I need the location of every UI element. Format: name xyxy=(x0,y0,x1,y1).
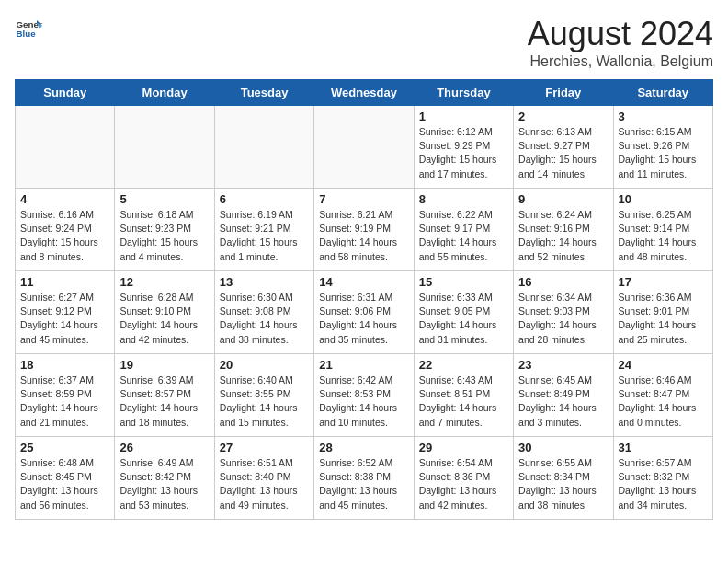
day-cell-10: 10Sunrise: 6:25 AMSunset: 9:14 PMDayligh… xyxy=(613,189,712,271)
calendar-week-3: 11Sunrise: 6:27 AMSunset: 9:12 PMDayligh… xyxy=(16,271,713,354)
day-info: Sunrise: 6:52 AMSunset: 8:38 PMDaylight:… xyxy=(319,456,408,512)
day-info: Sunrise: 6:39 AMSunset: 8:57 PMDaylight:… xyxy=(119,373,209,430)
day-number: 5 xyxy=(119,192,209,206)
day-cell-24: 24Sunrise: 6:46 AMSunset: 8:47 PMDayligh… xyxy=(613,354,712,437)
calendar-title: August 2024 xyxy=(528,15,713,53)
day-number: 8 xyxy=(419,192,508,206)
weekday-header-monday: Monday xyxy=(115,80,214,106)
day-cell-1: 1Sunrise: 6:12 AMSunset: 9:29 PMDaylight… xyxy=(414,106,513,189)
day-number: 9 xyxy=(518,192,608,206)
day-info: Sunrise: 6:51 AMSunset: 8:40 PMDaylight:… xyxy=(220,456,309,512)
calendar-week-5: 25Sunrise: 6:48 AMSunset: 8:45 PMDayligh… xyxy=(16,437,713,520)
calendar-week-2: 4Sunrise: 6:16 AMSunset: 9:24 PMDaylight… xyxy=(16,189,713,271)
day-info: Sunrise: 6:54 AMSunset: 8:36 PMDaylight:… xyxy=(419,456,508,512)
day-cell-4: 4Sunrise: 6:16 AMSunset: 9:24 PMDaylight… xyxy=(16,189,115,271)
svg-text:Blue: Blue xyxy=(17,29,37,39)
day-number: 24 xyxy=(619,358,708,372)
weekday-header-wednesday: Wednesday xyxy=(314,80,414,106)
day-cell-20: 20Sunrise: 6:40 AMSunset: 8:55 PMDayligh… xyxy=(214,354,313,437)
day-cell-31: 31Sunrise: 6:57 AMSunset: 8:32 PMDayligh… xyxy=(613,437,712,520)
calendar-week-4: 18Sunrise: 6:37 AMSunset: 8:59 PMDayligh… xyxy=(16,354,713,437)
day-number: 3 xyxy=(619,109,708,123)
day-cell-16: 16Sunrise: 6:34 AMSunset: 9:03 PMDayligh… xyxy=(514,271,613,354)
day-cell-25: 25Sunrise: 6:48 AMSunset: 8:45 PMDayligh… xyxy=(16,437,115,520)
day-cell-29: 29Sunrise: 6:54 AMSunset: 8:36 PMDayligh… xyxy=(414,437,513,520)
day-number: 11 xyxy=(20,275,109,289)
day-info: Sunrise: 6:42 AMSunset: 8:53 PMDaylight:… xyxy=(319,373,408,430)
logo-icon: General Blue xyxy=(15,15,42,42)
day-info: Sunrise: 6:24 AMSunset: 9:16 PMDaylight:… xyxy=(518,208,608,264)
calendar-table: SundayMondayTuesdayWednesdayThursdayFrid… xyxy=(15,79,713,520)
day-cell-6: 6Sunrise: 6:19 AMSunset: 9:21 PMDaylight… xyxy=(214,189,313,271)
weekday-header-friday: Friday xyxy=(514,80,613,106)
day-number: 6 xyxy=(220,192,309,206)
day-number: 27 xyxy=(220,441,309,454)
day-info: Sunrise: 6:30 AMSunset: 9:08 PMDaylight:… xyxy=(220,291,309,347)
day-number: 4 xyxy=(20,192,109,206)
day-cell-17: 17Sunrise: 6:36 AMSunset: 9:01 PMDayligh… xyxy=(613,271,712,354)
day-number: 18 xyxy=(20,358,109,372)
day-cell-5: 5Sunrise: 6:18 AMSunset: 9:23 PMDaylight… xyxy=(115,189,214,271)
day-info: Sunrise: 6:13 AMSunset: 9:27 PMDaylight:… xyxy=(518,125,608,181)
day-cell-9: 9Sunrise: 6:24 AMSunset: 9:16 PMDaylight… xyxy=(514,189,613,271)
page-header: General Blue August 2024 Herchies, Wallo… xyxy=(15,15,713,70)
day-info: Sunrise: 6:12 AMSunset: 9:29 PMDaylight:… xyxy=(419,125,508,181)
day-cell-18: 18Sunrise: 6:37 AMSunset: 8:59 PMDayligh… xyxy=(16,354,115,437)
day-cell-21: 21Sunrise: 6:42 AMSunset: 8:53 PMDayligh… xyxy=(314,354,414,437)
day-number: 20 xyxy=(220,358,309,372)
day-info: Sunrise: 6:36 AMSunset: 9:01 PMDaylight:… xyxy=(619,291,708,347)
day-cell-30: 30Sunrise: 6:55 AMSunset: 8:34 PMDayligh… xyxy=(514,437,613,520)
weekday-header-sunday: Sunday xyxy=(16,80,115,106)
day-number: 15 xyxy=(419,275,508,289)
logo: General Blue xyxy=(15,15,42,42)
day-number: 12 xyxy=(119,275,209,289)
day-number: 14 xyxy=(319,275,408,289)
day-cell-22: 22Sunrise: 6:43 AMSunset: 8:51 PMDayligh… xyxy=(414,354,513,437)
day-cell-2: 2Sunrise: 6:13 AMSunset: 9:27 PMDaylight… xyxy=(514,106,613,189)
empty-cell xyxy=(314,106,414,189)
day-cell-19: 19Sunrise: 6:39 AMSunset: 8:57 PMDayligh… xyxy=(115,354,214,437)
day-info: Sunrise: 6:43 AMSunset: 8:51 PMDaylight:… xyxy=(419,373,508,430)
day-number: 19 xyxy=(119,358,209,372)
day-info: Sunrise: 6:46 AMSunset: 8:47 PMDaylight:… xyxy=(619,373,708,430)
day-info: Sunrise: 6:55 AMSunset: 8:34 PMDaylight:… xyxy=(518,456,608,512)
day-info: Sunrise: 6:18 AMSunset: 9:23 PMDaylight:… xyxy=(119,208,209,264)
day-info: Sunrise: 6:15 AMSunset: 9:26 PMDaylight:… xyxy=(619,125,708,181)
day-cell-26: 26Sunrise: 6:49 AMSunset: 8:42 PMDayligh… xyxy=(115,437,214,520)
day-cell-3: 3Sunrise: 6:15 AMSunset: 9:26 PMDaylight… xyxy=(613,106,712,189)
weekday-header-tuesday: Tuesday xyxy=(214,80,313,106)
day-number: 28 xyxy=(319,441,408,454)
day-info: Sunrise: 6:16 AMSunset: 9:24 PMDaylight:… xyxy=(20,208,109,264)
day-info: Sunrise: 6:21 AMSunset: 9:19 PMDaylight:… xyxy=(319,208,408,264)
day-cell-8: 8Sunrise: 6:22 AMSunset: 9:17 PMDaylight… xyxy=(414,189,513,271)
day-cell-12: 12Sunrise: 6:28 AMSunset: 9:10 PMDayligh… xyxy=(115,271,214,354)
day-cell-23: 23Sunrise: 6:45 AMSunset: 8:49 PMDayligh… xyxy=(514,354,613,437)
day-cell-7: 7Sunrise: 6:21 AMSunset: 9:19 PMDaylight… xyxy=(314,189,414,271)
calendar-week-1: 1Sunrise: 6:12 AMSunset: 9:29 PMDaylight… xyxy=(16,106,713,189)
day-info: Sunrise: 6:27 AMSunset: 9:12 PMDaylight:… xyxy=(20,291,109,347)
weekday-header-row: SundayMondayTuesdayWednesdayThursdayFrid… xyxy=(16,80,713,106)
day-info: Sunrise: 6:33 AMSunset: 9:05 PMDaylight:… xyxy=(419,291,508,347)
day-info: Sunrise: 6:31 AMSunset: 9:06 PMDaylight:… xyxy=(319,291,408,347)
day-number: 21 xyxy=(319,358,408,372)
weekday-header-thursday: Thursday xyxy=(414,80,513,106)
empty-cell xyxy=(214,106,313,189)
calendar-subtitle: Herchies, Wallonia, Belgium xyxy=(528,53,713,70)
day-cell-27: 27Sunrise: 6:51 AMSunset: 8:40 PMDayligh… xyxy=(214,437,313,520)
title-block: August 2024 Herchies, Wallonia, Belgium xyxy=(528,15,713,70)
day-info: Sunrise: 6:49 AMSunset: 8:42 PMDaylight:… xyxy=(119,456,209,512)
day-info: Sunrise: 6:37 AMSunset: 8:59 PMDaylight:… xyxy=(20,373,109,430)
weekday-header-saturday: Saturday xyxy=(613,80,712,106)
day-number: 1 xyxy=(419,109,508,123)
day-number: 25 xyxy=(20,441,109,454)
day-cell-15: 15Sunrise: 6:33 AMSunset: 9:05 PMDayligh… xyxy=(414,271,513,354)
day-info: Sunrise: 6:45 AMSunset: 8:49 PMDaylight:… xyxy=(518,373,608,430)
day-cell-14: 14Sunrise: 6:31 AMSunset: 9:06 PMDayligh… xyxy=(314,271,414,354)
day-info: Sunrise: 6:40 AMSunset: 8:55 PMDaylight:… xyxy=(220,373,309,430)
day-info: Sunrise: 6:22 AMSunset: 9:17 PMDaylight:… xyxy=(419,208,508,264)
day-number: 29 xyxy=(419,441,508,454)
empty-cell xyxy=(16,106,115,189)
day-cell-11: 11Sunrise: 6:27 AMSunset: 9:12 PMDayligh… xyxy=(16,271,115,354)
day-number: 13 xyxy=(220,275,309,289)
day-cell-28: 28Sunrise: 6:52 AMSunset: 8:38 PMDayligh… xyxy=(314,437,414,520)
